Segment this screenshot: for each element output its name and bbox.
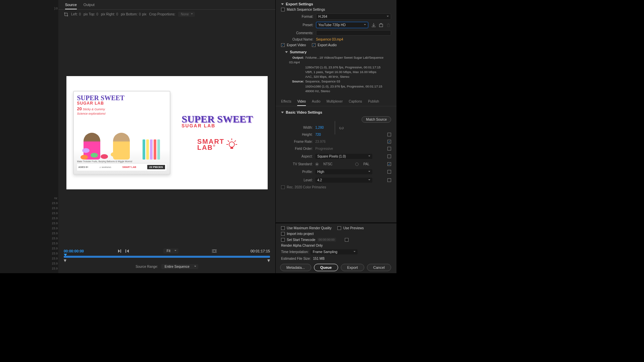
- timecode-fragment: ):0: [54, 7, 58, 10]
- aspect-ratio-icon[interactable]: [212, 249, 217, 253]
- title-card: SUPER SWEET SUGAR LAB SMART LAB®: [174, 115, 261, 151]
- import-preset-icon[interactable]: [378, 22, 384, 28]
- start-timecode-label: Set Start Timecode: [287, 238, 315, 242]
- crop-bottom-label: pix Bottom:: [121, 12, 138, 16]
- import-project-label: Import into project: [287, 232, 314, 236]
- start-timecode-input: 00:00:00:00: [317, 238, 336, 242]
- crop-top-label: pix Top:: [84, 12, 95, 16]
- queue-button[interactable]: Queue: [314, 264, 338, 271]
- range-out-handle[interactable]: [267, 259, 270, 262]
- use-previews-checkbox[interactable]: [337, 226, 341, 230]
- aspect-label: Aspect:: [281, 155, 313, 158]
- level-select[interactable]: 4.2: [315, 178, 372, 183]
- format-select[interactable]: H.264: [316, 13, 391, 20]
- current-timecode[interactable]: 00:00:00:00: [64, 249, 84, 253]
- tab-effects[interactable]: Effects: [281, 98, 291, 106]
- level-label: Level:: [281, 178, 313, 182]
- time-interpolation-select[interactable]: Frame Sampling: [311, 249, 358, 254]
- use-previews-label: Use Previews: [343, 226, 364, 230]
- crop-right-value[interactable]: 0: [116, 12, 118, 16]
- metadata-button[interactable]: Metadata...: [280, 264, 311, 271]
- time-interpolation-label: Time Interpolation:: [281, 250, 309, 254]
- tab-audio[interactable]: Audio: [312, 98, 321, 106]
- basic-video-settings: Basic Video Settings Match Source Width:…: [276, 106, 396, 192]
- play-out-icon[interactable]: [125, 249, 129, 253]
- playhead[interactable]: [64, 254, 67, 258]
- max-render-quality-checkbox[interactable]: [281, 226, 285, 230]
- tab-multiplexer[interactable]: Multiplexer: [326, 98, 342, 106]
- export-footer: Use Maximum Render Quality Use Previews …: [276, 223, 396, 273]
- basic-video-header[interactable]: Basic Video Settings: [276, 108, 396, 115]
- zoom-fit-select[interactable]: Fit: [163, 248, 178, 253]
- start-timecode-checkbox[interactable]: [281, 238, 285, 242]
- range-in-handle[interactable]: [64, 259, 66, 262]
- framerate-value: 23.976: [315, 140, 329, 143]
- dimensions-match-checkbox[interactable]: [387, 133, 391, 136]
- export-video-checkbox[interactable]: [281, 43, 285, 47]
- disclosure-icon: [285, 51, 288, 53]
- svg-line-3: [234, 140, 236, 142]
- scrub-bar[interactable]: [64, 255, 270, 259]
- crop-proportions-select[interactable]: None: [178, 12, 195, 17]
- alpha-only-checkbox[interactable]: [345, 238, 348, 242]
- video-preview: SUPER SWEET SUGAR LAB 20 Sticky & Gummy …: [58, 19, 275, 246]
- alpha-only-label: Render Alpha Channel Only: [281, 244, 323, 247]
- save-preset-icon[interactable]: [371, 22, 376, 28]
- framerate-label: Frame Rate:: [281, 140, 313, 143]
- output-name-link[interactable]: Sequence 03.mp4: [316, 38, 343, 41]
- tab-source[interactable]: Source: [65, 1, 77, 9]
- source-range-select[interactable]: Entire Sequence: [161, 264, 198, 269]
- width-value[interactable]: 1,280: [315, 126, 329, 129]
- cancel-button[interactable]: Cancel: [367, 264, 391, 271]
- preset-label: Preset:: [281, 23, 313, 27]
- crop-toolbar: Left:0 pix Top:0 pix Right:0 pix Bottom:…: [58, 10, 275, 19]
- crop-bottom-value[interactable]: 0: [139, 12, 141, 16]
- summary-header[interactable]: Summary: [276, 48, 396, 55]
- crop-top-value[interactable]: 0: [96, 12, 98, 16]
- preset-select[interactable]: YouTube 720p HD: [316, 22, 368, 28]
- import-project-checkbox[interactable]: [281, 232, 285, 236]
- crop-left-value[interactable]: 0: [79, 12, 81, 16]
- crop-left-label: Left:: [71, 12, 77, 16]
- height-label: Height:: [281, 133, 313, 136]
- product-packaging: SUPER SWEET SUGAR LAB 20 Sticky & Gummy …: [73, 91, 170, 175]
- profile-label: Profile:: [281, 170, 313, 174]
- match-source-button[interactable]: Match Source: [362, 116, 391, 123]
- fieldorder-label: Field Order:: [281, 147, 313, 150]
- duration-timecode: 00:01:17:15: [251, 249, 270, 253]
- height-value[interactable]: 720: [315, 133, 329, 136]
- svg-point-0: [229, 142, 234, 147]
- level-match-checkbox[interactable]: [387, 178, 391, 182]
- tab-video[interactable]: Video: [297, 98, 306, 106]
- export-settings-header[interactable]: Export Settings: [276, 0, 396, 7]
- ntsc-radio: [315, 163, 319, 166]
- profile-select[interactable]: High: [315, 169, 372, 174]
- crop-right-label: pix Right:: [101, 12, 115, 16]
- settings-pane: Export Settings Match Sequence Settings …: [276, 0, 396, 273]
- aspect-select[interactable]: Square Pixels (1.0): [315, 154, 372, 159]
- svg-rect-6: [230, 147, 233, 149]
- source-range-label: Source Range:: [136, 265, 158, 268]
- filesize-value: 151 MB: [313, 257, 324, 260]
- lightbulb-icon: [226, 138, 237, 150]
- crop-icon[interactable]: [64, 12, 68, 17]
- export-button[interactable]: Export: [341, 264, 364, 271]
- framerate-match-checkbox[interactable]: [387, 140, 391, 143]
- match-sequence-checkbox[interactable]: [281, 8, 285, 11]
- filesize-label: Estimated File Size:: [281, 257, 311, 260]
- pal-radio: [355, 163, 359, 166]
- tvstandard-match-checkbox[interactable]: [387, 162, 391, 166]
- link-dimensions-icon[interactable]: [339, 126, 343, 130]
- rec2020-checkbox: [281, 185, 285, 189]
- preview-tabs: Source Output: [58, 0, 275, 10]
- export-audio-checkbox[interactable]: [312, 43, 316, 47]
- tab-output[interactable]: Output: [84, 1, 95, 9]
- comments-label: Comments:: [281, 31, 313, 35]
- profile-match-checkbox[interactable]: [387, 170, 391, 174]
- comments-input[interactable]: [316, 30, 391, 36]
- play-in-icon[interactable]: [117, 249, 122, 253]
- tab-captions[interactable]: Captions: [349, 98, 362, 106]
- aspect-match-checkbox[interactable]: [387, 155, 391, 158]
- tab-publish[interactable]: Publish: [368, 98, 379, 106]
- fieldorder-match-checkbox[interactable]: [387, 147, 391, 150]
